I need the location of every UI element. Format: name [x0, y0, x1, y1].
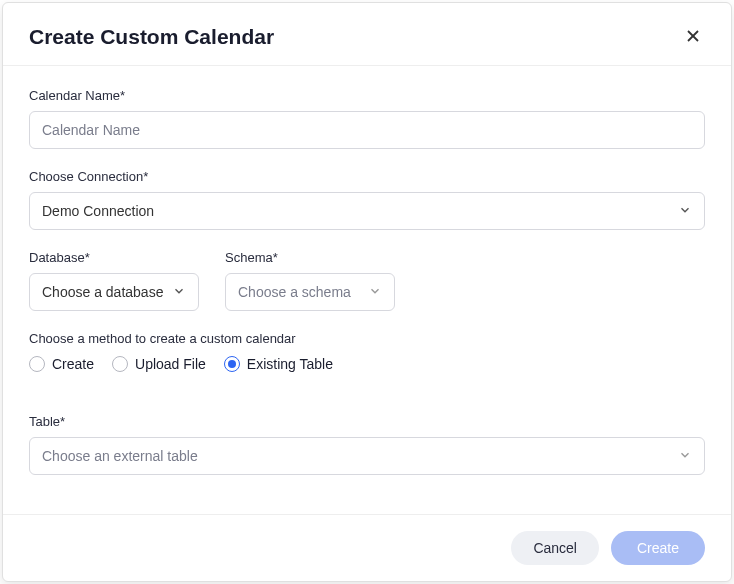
schema-label: Schema* [225, 250, 395, 265]
database-placeholder: Choose a database [42, 284, 163, 300]
table-field: Table* Choose an external table [29, 414, 705, 475]
create-custom-calendar-modal: Create Custom Calendar Calendar Name* Ch… [2, 2, 732, 582]
chevron-down-icon [172, 284, 186, 301]
chevron-down-icon [368, 284, 382, 301]
radio-label-upload-file: Upload File [135, 356, 206, 372]
connection-select[interactable]: Demo Connection [29, 192, 705, 230]
radio-option-upload-file[interactable]: Upload File [112, 356, 206, 372]
connection-field: Choose Connection* Demo Connection [29, 169, 705, 230]
close-button[interactable] [681, 23, 705, 51]
table-placeholder: Choose an external table [42, 448, 198, 464]
close-icon [685, 26, 701, 48]
chevron-down-icon [678, 448, 692, 465]
modal-header: Create Custom Calendar [3, 3, 731, 66]
schema-placeholder: Choose a schema [238, 284, 351, 300]
calendar-name-field: Calendar Name* [29, 88, 705, 149]
radio-icon [29, 356, 45, 372]
create-button[interactable]: Create [611, 531, 705, 565]
modal-footer: Cancel Create [3, 514, 731, 581]
modal-title: Create Custom Calendar [29, 25, 274, 49]
method-radio-group: Create Upload File Existing Table [29, 356, 705, 372]
radio-option-existing-table[interactable]: Existing Table [224, 356, 333, 372]
method-field: Choose a method to create a custom calen… [29, 331, 705, 372]
calendar-name-label: Calendar Name* [29, 88, 705, 103]
radio-label-create: Create [52, 356, 94, 372]
table-select[interactable]: Choose an external table [29, 437, 705, 475]
radio-option-create[interactable]: Create [29, 356, 94, 372]
connection-label: Choose Connection* [29, 169, 705, 184]
database-select[interactable]: Choose a database [29, 273, 199, 311]
radio-label-existing-table: Existing Table [247, 356, 333, 372]
schema-select[interactable]: Choose a schema [225, 273, 395, 311]
connection-value: Demo Connection [42, 203, 154, 219]
method-label: Choose a method to create a custom calen… [29, 331, 705, 346]
db-schema-row: Database* Choose a database Schema* Choo… [29, 250, 705, 331]
radio-icon [112, 356, 128, 372]
modal-body: Calendar Name* Choose Connection* Demo C… [3, 66, 731, 514]
chevron-down-icon [678, 203, 692, 220]
radio-icon-selected [224, 356, 240, 372]
cancel-button[interactable]: Cancel [511, 531, 599, 565]
database-field: Database* Choose a database [29, 250, 199, 311]
calendar-name-input[interactable] [29, 111, 705, 149]
table-label: Table* [29, 414, 705, 429]
database-label: Database* [29, 250, 199, 265]
schema-field: Schema* Choose a schema [225, 250, 395, 311]
